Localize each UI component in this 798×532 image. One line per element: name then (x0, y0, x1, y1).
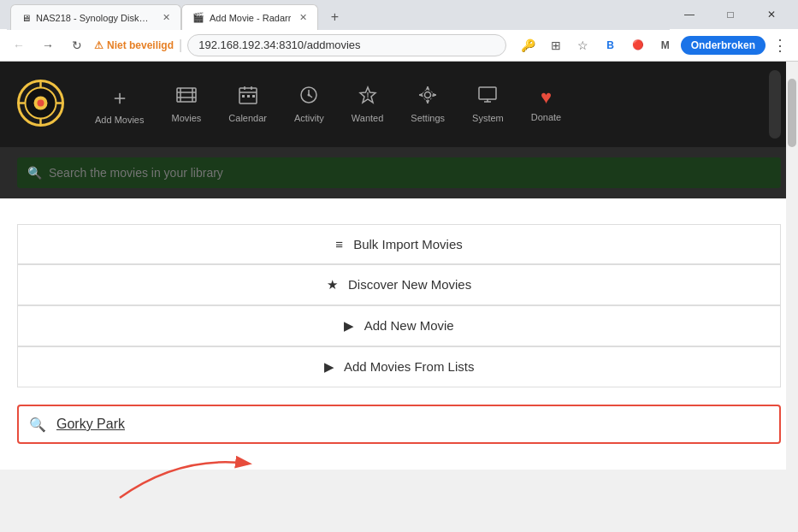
system-icon (477, 86, 498, 109)
library-search-input[interactable] (49, 166, 771, 180)
add-lists-label: Add Movies From Lists (344, 359, 475, 374)
movie-search-icon: 🔍 (29, 417, 46, 433)
add-new-option[interactable]: ▶ Add New Movie (17, 305, 781, 346)
gmail-icon[interactable]: M (653, 33, 677, 57)
radarr-navbar: ＋ Add Movies Movies (0, 62, 798, 147)
nav-donate-label: Donate (531, 112, 561, 122)
tab-icon-radarr: 🎬 (192, 12, 204, 23)
reload-button[interactable]: ↻ (65, 33, 89, 57)
svg-rect-19 (252, 95, 255, 98)
arrow-annotation (111, 446, 282, 506)
settings-icon (418, 86, 437, 109)
nav-system-label: System (472, 113, 504, 123)
nav-items: ＋ Add Movies Movies (73, 77, 760, 132)
movie-search-input[interactable] (53, 411, 769, 437)
nav-system[interactable]: System (458, 79, 517, 130)
nav-movies[interactable]: Movies (157, 79, 215, 130)
nav-wanted[interactable]: ! Wanted (338, 79, 398, 130)
ext2-icon[interactable]: 🔴 (626, 33, 650, 57)
ext1-icon[interactable]: B (599, 33, 623, 57)
password-icon[interactable]: 🔑 (517, 33, 541, 57)
movie-search-section: 🔍 (17, 405, 781, 444)
library-search-bar: 🔍 (17, 157, 781, 188)
bulk-import-option[interactable]: ≡ Bulk Import Movies (17, 224, 781, 264)
add-movies-icon: ＋ (109, 84, 130, 111)
nav-activity-label: Activity (294, 113, 324, 123)
nav-activity[interactable]: Activity (281, 79, 338, 130)
tab-diskstation[interactable]: 🖥 NAS218 - Synology DiskStation ✕ (10, 4, 181, 30)
scrollbar-thumb[interactable] (788, 79, 796, 147)
svg-point-3 (38, 99, 44, 106)
page-scrollbar[interactable] (786, 62, 798, 470)
security-warning: ⚠ Niet beveiligd (94, 39, 174, 51)
back-button[interactable]: ← (7, 33, 31, 57)
svg-point-26 (425, 92, 431, 98)
nav-calendar[interactable]: Calendar (215, 79, 281, 130)
tab-title-diskstation: NAS218 - Synology DiskStation (36, 13, 154, 23)
discover-icon: ★ (327, 277, 338, 292)
add-lists-option[interactable]: ▶ Add Movies From Lists (17, 346, 781, 387)
tab-icon-diskstation: 🖥 (21, 13, 31, 23)
nav-add-movies[interactable]: ＋ Add Movies (81, 77, 157, 132)
warning-icon: ⚠ (94, 39, 103, 51)
new-tab-button[interactable]: + (322, 4, 347, 30)
library-search-icon: 🔍 (27, 166, 42, 180)
nav-wanted-label: Wanted (352, 113, 384, 123)
library-search-container: 🔍 (0, 147, 798, 198)
add-new-icon: ▶ (344, 318, 354, 333)
radarr-logo[interactable] (17, 80, 64, 130)
tab-radarr[interactable]: 🎬 Add Movie - Radarr ✕ (181, 4, 318, 30)
profile-button[interactable]: Onderbroken (681, 36, 765, 55)
movies-icon (176, 86, 197, 109)
nav-settings-label: Settings (411, 113, 445, 123)
add-new-label: Add New Movie (364, 318, 454, 333)
bulk-import-icon: ≡ (335, 237, 343, 251)
maximize-button[interactable]: □ (711, 0, 750, 29)
donate-icon: ♥ (541, 86, 552, 109)
svg-text:!: ! (366, 91, 369, 99)
nav-scrollbar (769, 70, 781, 139)
nav-add-movies-label: Add Movies (95, 115, 144, 125)
calendar-icon (239, 86, 257, 109)
tab-title-radarr: Add Movie - Radarr (210, 13, 291, 23)
svg-rect-17 (242, 95, 245, 98)
options-list: ≡ Bulk Import Movies ★ Discover New Movi… (17, 224, 781, 387)
bookmark-icon[interactable]: ☆ (571, 33, 595, 57)
nav-movies-label: Movies (171, 113, 201, 123)
discover-label: Discover New Movies (348, 277, 471, 292)
bulk-import-label: Bulk Import Movies (353, 237, 463, 251)
wanted-icon: ! (358, 86, 377, 109)
minimize-button[interactable]: — (670, 0, 709, 29)
address-bar-input[interactable] (187, 34, 505, 56)
nav-settings[interactable]: Settings (397, 79, 458, 130)
main-content: © www.shelrennen.nl ≡ Bulk Import Movies… (0, 198, 798, 470)
translate-icon[interactable]: ⊞ (544, 33, 568, 57)
activity-icon (299, 86, 318, 109)
svg-rect-18 (247, 95, 250, 98)
close-button[interactable]: ✕ (752, 0, 791, 29)
discover-option[interactable]: ★ Discover New Movies (17, 264, 781, 305)
browser-menu-button[interactable]: ⋮ (769, 33, 791, 58)
forward-button[interactable]: → (36, 33, 60, 57)
tab-close-radarr[interactable]: ✕ (299, 12, 307, 23)
svg-rect-28 (479, 87, 496, 99)
nav-calendar-label: Calendar (228, 113, 267, 123)
tab-close-diskstation[interactable]: ✕ (163, 12, 170, 23)
security-text: Niet beveiligd (107, 39, 174, 51)
add-lists-icon: ▶ (324, 359, 334, 374)
svg-point-23 (308, 94, 310, 97)
nav-donate[interactable]: ♥ Donate (517, 80, 575, 129)
